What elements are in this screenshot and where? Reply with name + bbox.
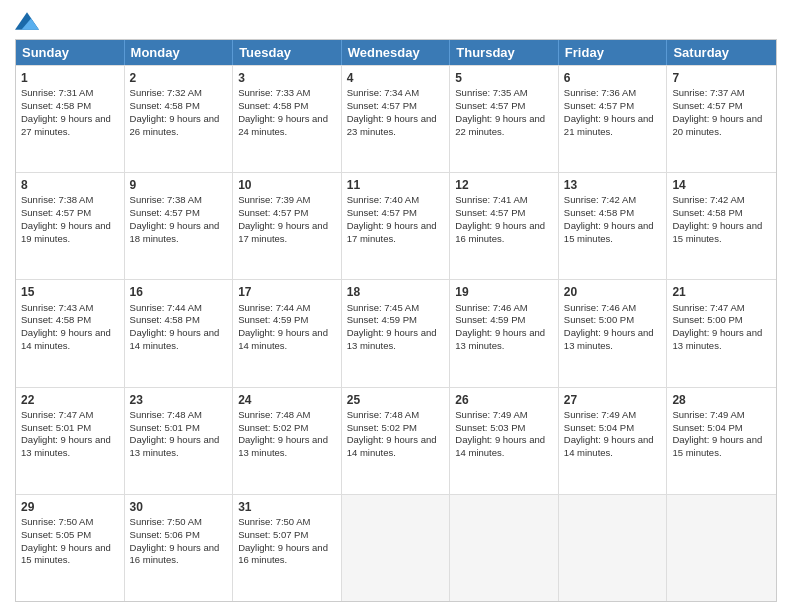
daylight-text: Daylight: 9 hours and 16 minutes.	[455, 220, 553, 246]
sunrise-text: Sunrise: 7:50 AM	[238, 516, 336, 529]
page: SundayMondayTuesdayWednesdayThursdayFrid…	[0, 0, 792, 612]
day-number: 9	[130, 177, 228, 193]
daylight-text: Daylight: 9 hours and 14 minutes.	[238, 327, 336, 353]
daylight-text: Daylight: 9 hours and 19 minutes.	[21, 220, 119, 246]
day-number: 27	[564, 392, 662, 408]
sunset-text: Sunset: 5:06 PM	[130, 529, 228, 542]
cal-cell-16: 16Sunrise: 7:44 AMSunset: 4:58 PMDayligh…	[125, 280, 234, 386]
sunrise-text: Sunrise: 7:50 AM	[130, 516, 228, 529]
header	[15, 10, 777, 31]
sunset-text: Sunset: 4:57 PM	[130, 207, 228, 220]
cal-cell-19: 19Sunrise: 7:46 AMSunset: 4:59 PMDayligh…	[450, 280, 559, 386]
day-number: 11	[347, 177, 445, 193]
sunset-text: Sunset: 4:58 PM	[21, 314, 119, 327]
cal-cell-23: 23Sunrise: 7:48 AMSunset: 5:01 PMDayligh…	[125, 388, 234, 494]
daylight-text: Daylight: 9 hours and 14 minutes.	[455, 434, 553, 460]
cal-cell-1: 1Sunrise: 7:31 AMSunset: 4:58 PMDaylight…	[16, 66, 125, 172]
daylight-text: Daylight: 9 hours and 23 minutes.	[347, 113, 445, 139]
cal-cell-18: 18Sunrise: 7:45 AMSunset: 4:59 PMDayligh…	[342, 280, 451, 386]
day-number: 20	[564, 284, 662, 300]
sunrise-text: Sunrise: 7:47 AM	[672, 302, 771, 315]
cal-row-3: 22Sunrise: 7:47 AMSunset: 5:01 PMDayligh…	[16, 387, 776, 494]
daylight-text: Daylight: 9 hours and 13 minutes.	[455, 327, 553, 353]
day-number: 22	[21, 392, 119, 408]
sunrise-text: Sunrise: 7:32 AM	[130, 87, 228, 100]
daylight-text: Daylight: 9 hours and 21 minutes.	[564, 113, 662, 139]
daylight-text: Daylight: 9 hours and 15 minutes.	[672, 434, 771, 460]
calendar-header-row: SundayMondayTuesdayWednesdayThursdayFrid…	[16, 40, 776, 65]
day-number: 21	[672, 284, 771, 300]
cal-header-saturday: Saturday	[667, 40, 776, 65]
day-number: 12	[455, 177, 553, 193]
sunset-text: Sunset: 5:02 PM	[238, 422, 336, 435]
cal-row-1: 8Sunrise: 7:38 AMSunset: 4:57 PMDaylight…	[16, 172, 776, 279]
sunset-text: Sunset: 5:01 PM	[21, 422, 119, 435]
cal-cell-10: 10Sunrise: 7:39 AMSunset: 4:57 PMDayligh…	[233, 173, 342, 279]
daylight-text: Daylight: 9 hours and 13 minutes.	[130, 434, 228, 460]
sunrise-text: Sunrise: 7:38 AM	[130, 194, 228, 207]
daylight-text: Daylight: 9 hours and 13 minutes.	[238, 434, 336, 460]
cal-cell-26: 26Sunrise: 7:49 AMSunset: 5:03 PMDayligh…	[450, 388, 559, 494]
sunrise-text: Sunrise: 7:45 AM	[347, 302, 445, 315]
daylight-text: Daylight: 9 hours and 16 minutes.	[130, 542, 228, 568]
day-number: 13	[564, 177, 662, 193]
cal-cell-9: 9Sunrise: 7:38 AMSunset: 4:57 PMDaylight…	[125, 173, 234, 279]
day-number: 6	[564, 70, 662, 86]
sunrise-text: Sunrise: 7:41 AM	[455, 194, 553, 207]
cal-cell-5: 5Sunrise: 7:35 AMSunset: 4:57 PMDaylight…	[450, 66, 559, 172]
cal-cell-27: 27Sunrise: 7:49 AMSunset: 5:04 PMDayligh…	[559, 388, 668, 494]
sunset-text: Sunset: 4:58 PM	[564, 207, 662, 220]
sunset-text: Sunset: 4:59 PM	[347, 314, 445, 327]
sunrise-text: Sunrise: 7:31 AM	[21, 87, 119, 100]
cal-cell-6: 6Sunrise: 7:36 AMSunset: 4:57 PMDaylight…	[559, 66, 668, 172]
cal-cell-29: 29Sunrise: 7:50 AMSunset: 5:05 PMDayligh…	[16, 495, 125, 601]
sunset-text: Sunset: 5:01 PM	[130, 422, 228, 435]
day-number: 10	[238, 177, 336, 193]
day-number: 28	[672, 392, 771, 408]
sunrise-text: Sunrise: 7:42 AM	[564, 194, 662, 207]
day-number: 14	[672, 177, 771, 193]
sunset-text: Sunset: 4:57 PM	[455, 100, 553, 113]
day-number: 8	[21, 177, 119, 193]
cal-cell-2: 2Sunrise: 7:32 AMSunset: 4:58 PMDaylight…	[125, 66, 234, 172]
sunset-text: Sunset: 4:58 PM	[130, 100, 228, 113]
cal-cell-25: 25Sunrise: 7:48 AMSunset: 5:02 PMDayligh…	[342, 388, 451, 494]
logo-icon	[15, 12, 39, 30]
daylight-text: Daylight: 9 hours and 13 minutes.	[672, 327, 771, 353]
daylight-text: Daylight: 9 hours and 13 minutes.	[347, 327, 445, 353]
sunrise-text: Sunrise: 7:47 AM	[21, 409, 119, 422]
sunset-text: Sunset: 5:05 PM	[21, 529, 119, 542]
daylight-text: Daylight: 9 hours and 27 minutes.	[21, 113, 119, 139]
cal-header-sunday: Sunday	[16, 40, 125, 65]
day-number: 16	[130, 284, 228, 300]
sunrise-text: Sunrise: 7:44 AM	[130, 302, 228, 315]
sunrise-text: Sunrise: 7:49 AM	[672, 409, 771, 422]
sunrise-text: Sunrise: 7:33 AM	[238, 87, 336, 100]
cal-header-thursday: Thursday	[450, 40, 559, 65]
day-number: 5	[455, 70, 553, 86]
daylight-text: Daylight: 9 hours and 15 minutes.	[564, 220, 662, 246]
calendar: SundayMondayTuesdayWednesdayThursdayFrid…	[15, 39, 777, 602]
day-number: 4	[347, 70, 445, 86]
daylight-text: Daylight: 9 hours and 14 minutes.	[21, 327, 119, 353]
sunrise-text: Sunrise: 7:48 AM	[347, 409, 445, 422]
cal-cell-24: 24Sunrise: 7:48 AMSunset: 5:02 PMDayligh…	[233, 388, 342, 494]
sunset-text: Sunset: 4:57 PM	[564, 100, 662, 113]
logo	[15, 10, 43, 31]
sunrise-text: Sunrise: 7:38 AM	[21, 194, 119, 207]
cal-cell-14: 14Sunrise: 7:42 AMSunset: 4:58 PMDayligh…	[667, 173, 776, 279]
sunset-text: Sunset: 4:57 PM	[455, 207, 553, 220]
sunset-text: Sunset: 4:57 PM	[238, 207, 336, 220]
day-number: 26	[455, 392, 553, 408]
sunset-text: Sunset: 4:57 PM	[347, 207, 445, 220]
sunset-text: Sunset: 4:59 PM	[238, 314, 336, 327]
sunset-text: Sunset: 5:02 PM	[347, 422, 445, 435]
sunrise-text: Sunrise: 7:40 AM	[347, 194, 445, 207]
daylight-text: Daylight: 9 hours and 13 minutes.	[21, 434, 119, 460]
cal-cell-17: 17Sunrise: 7:44 AMSunset: 4:59 PMDayligh…	[233, 280, 342, 386]
cal-row-0: 1Sunrise: 7:31 AMSunset: 4:58 PMDaylight…	[16, 65, 776, 172]
day-number: 19	[455, 284, 553, 300]
cal-cell-7: 7Sunrise: 7:37 AMSunset: 4:57 PMDaylight…	[667, 66, 776, 172]
daylight-text: Daylight: 9 hours and 20 minutes.	[672, 113, 771, 139]
daylight-text: Daylight: 9 hours and 13 minutes.	[564, 327, 662, 353]
